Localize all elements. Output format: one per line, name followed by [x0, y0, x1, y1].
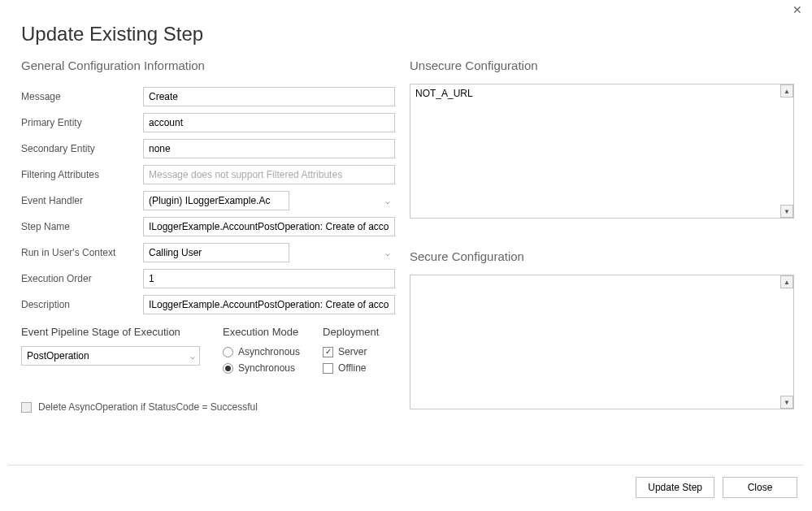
pipeline-heading: Event Pipeline Stage of Execution	[21, 326, 200, 338]
update-step-button[interactable]: Update Step	[636, 477, 714, 498]
scroll-up-icon[interactable]: ▲	[780, 84, 793, 97]
close-button[interactable]: Close	[723, 477, 797, 498]
label-run-context: Run in User's Context	[21, 247, 143, 258]
primary-entity-input[interactable]	[143, 113, 395, 132]
label-secondary-entity: Secondary Entity	[21, 143, 143, 154]
execution-order-input[interactable]	[143, 269, 395, 288]
checkbox-delete-async[interactable]: Delete AsyncOperation if StatusCode = Su…	[21, 401, 395, 413]
secondary-entity-input[interactable]	[143, 139, 395, 158]
label-filtering-attributes: Filtering Attributes	[21, 169, 143, 180]
deployment-heading: Deployment	[323, 326, 379, 338]
close-icon[interactable]: ✕	[792, 3, 802, 16]
label-message: Message	[21, 91, 143, 102]
scroll-down-icon[interactable]: ▼	[780, 396, 793, 409]
chevron-down-icon: ⌵	[385, 197, 390, 206]
message-input[interactable]	[143, 87, 395, 106]
run-context-select[interactable]	[143, 243, 289, 262]
checkbox-icon	[323, 363, 333, 374]
checkbox-icon	[323, 347, 333, 357]
label-execution-order: Execution Order	[21, 273, 143, 284]
radio-label: Synchronous	[238, 362, 295, 374]
dialog-title: Update Existing Step	[0, 0, 812, 58]
step-name-input[interactable]	[143, 217, 395, 236]
event-handler-select[interactable]	[143, 191, 289, 210]
unsecure-config-heading: Unsecure Configuration	[410, 58, 794, 72]
label-step-name: Step Name	[21, 221, 143, 232]
checkbox-label: Delete AsyncOperation if StatusCode = Su…	[38, 401, 258, 413]
checkbox-icon	[21, 402, 32, 413]
radio-icon	[223, 363, 233, 374]
scroll-up-icon[interactable]: ▲	[780, 275, 793, 288]
checkbox-label: Offline	[338, 362, 366, 374]
description-input[interactable]	[143, 295, 395, 314]
radio-icon	[223, 347, 233, 357]
label-description: Description	[21, 299, 143, 310]
checkbox-server[interactable]: Server	[323, 346, 379, 357]
pipeline-stage-select[interactable]	[21, 346, 200, 366]
secure-config-heading: Secure Configuration	[410, 249, 794, 263]
chevron-down-icon: ⌵	[385, 249, 390, 258]
scroll-down-icon[interactable]: ▼	[780, 205, 793, 218]
label-event-handler: Event Handler	[21, 195, 143, 206]
secure-config-textarea[interactable]	[410, 275, 794, 409]
radio-label: Asynchronous	[238, 346, 300, 357]
general-config-heading: General Configuration Information	[21, 58, 395, 72]
unsecure-config-textarea[interactable]	[410, 84, 794, 219]
checkbox-offline[interactable]: Offline	[323, 362, 379, 374]
radio-asynchronous[interactable]: Asynchronous	[223, 346, 300, 357]
radio-synchronous[interactable]: Synchronous	[223, 362, 300, 374]
divider	[8, 465, 804, 466]
filtering-attributes-input[interactable]	[143, 165, 395, 184]
checkbox-label: Server	[338, 346, 367, 357]
label-primary-entity: Primary Entity	[21, 117, 143, 128]
execution-mode-heading: Execution Mode	[223, 326, 300, 338]
